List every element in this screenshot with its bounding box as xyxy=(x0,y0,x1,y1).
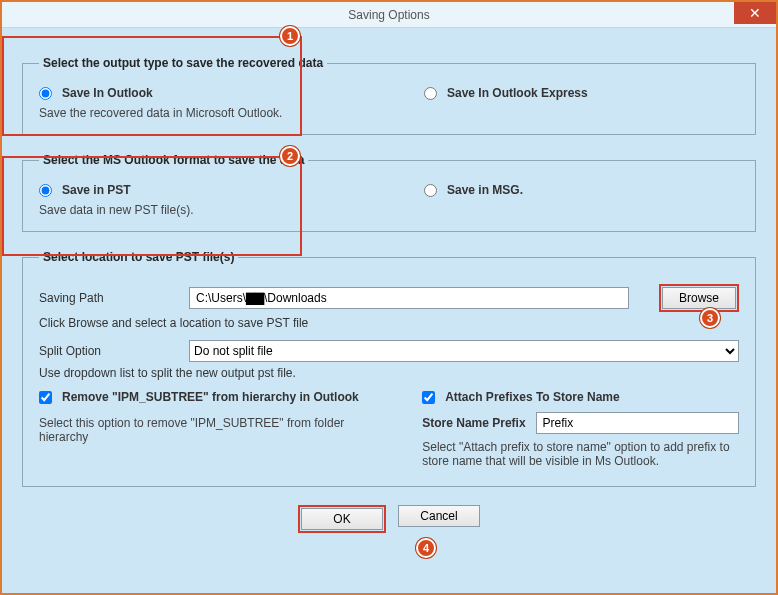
checkbox-attach-prefix-input[interactable] xyxy=(422,391,435,404)
checkbox-remove-ipm[interactable]: Remove "IPM_SUBTREE" from hierarchy in O… xyxy=(39,390,382,404)
callout-1: 1 xyxy=(280,26,300,46)
radio-save-in-outlook-label: Save In Outlook xyxy=(62,86,153,100)
radio-save-in-outlook-express-input[interactable] xyxy=(424,87,437,100)
group-outlook-format-legend: Select the MS Outlook format to save the… xyxy=(39,153,308,167)
radio-save-in-pst-input[interactable] xyxy=(39,184,52,197)
saving-path-hint: Click Browse and select a location to sa… xyxy=(39,316,739,330)
group-output-type: Select the output type to save the recov… xyxy=(22,56,756,135)
checkbox-remove-ipm-label: Remove "IPM_SUBTREE" from hierarchy in O… xyxy=(62,390,359,404)
saving-path-input[interactable] xyxy=(189,287,629,309)
checkbox-remove-ipm-hint: Select this option to remove "IPM_SUBTRE… xyxy=(39,416,382,444)
split-option-hint: Use dropdown list to split the new outpu… xyxy=(39,366,739,380)
radio-save-in-outlook-input[interactable] xyxy=(39,87,52,100)
checkbox-attach-prefix-label: Attach Prefixes To Store Name xyxy=(445,390,620,404)
browse-button-highlight: Browse xyxy=(659,284,739,312)
group-save-location: Select location to save PST file(s) Savi… xyxy=(22,250,756,487)
ok-button-highlight: OK xyxy=(298,505,386,533)
close-button[interactable]: ✕ xyxy=(734,2,776,24)
titlebar: Saving Options ✕ xyxy=(2,2,776,28)
radio-save-in-outlook-hint: Save the recovered data in Microsoft Out… xyxy=(39,106,424,120)
store-name-prefix-label: Store Name Prefix xyxy=(422,416,525,430)
split-option-select[interactable]: Do not split file xyxy=(189,340,739,362)
saving-options-window: Saving Options ✕ Select the output type … xyxy=(0,0,778,595)
radio-save-in-msg-input[interactable] xyxy=(424,184,437,197)
cancel-button[interactable]: Cancel xyxy=(398,505,480,527)
radio-save-in-msg-label: Save in MSG. xyxy=(447,183,523,197)
content-area: Select the output type to save the recov… xyxy=(2,28,776,543)
split-option-label: Split Option xyxy=(39,344,179,358)
radio-save-in-outlook[interactable]: Save In Outlook xyxy=(39,86,424,100)
ok-button[interactable]: OK xyxy=(301,508,383,530)
store-name-prefix-input[interactable] xyxy=(536,412,739,434)
checkbox-attach-prefix[interactable]: Attach Prefixes To Store Name xyxy=(422,390,739,404)
dialog-button-row: OK Cancel xyxy=(22,505,756,533)
radio-save-in-msg[interactable]: Save in MSG. xyxy=(424,183,739,197)
radio-save-in-pst-label: Save in PST xyxy=(62,183,131,197)
radio-save-in-pst[interactable]: Save in PST xyxy=(39,183,424,197)
group-output-type-legend: Select the output type to save the recov… xyxy=(39,56,327,70)
callout-4: 4 xyxy=(416,538,436,558)
checkbox-remove-ipm-input[interactable] xyxy=(39,391,52,404)
radio-save-in-outlook-express[interactable]: Save In Outlook Express xyxy=(424,86,739,100)
saving-path-label: Saving Path xyxy=(39,291,179,305)
store-name-prefix-hint: Select "Attach prefix to store name" opt… xyxy=(422,440,739,468)
group-save-location-legend: Select location to save PST file(s) xyxy=(39,250,238,264)
radio-save-in-pst-hint: Save data in new PST file(s). xyxy=(39,203,424,217)
window-title: Saving Options xyxy=(348,8,429,22)
close-icon: ✕ xyxy=(749,6,761,20)
group-outlook-format: Select the MS Outlook format to save the… xyxy=(22,153,756,232)
radio-save-in-outlook-express-label: Save In Outlook Express xyxy=(447,86,588,100)
browse-button[interactable]: Browse xyxy=(662,287,736,309)
